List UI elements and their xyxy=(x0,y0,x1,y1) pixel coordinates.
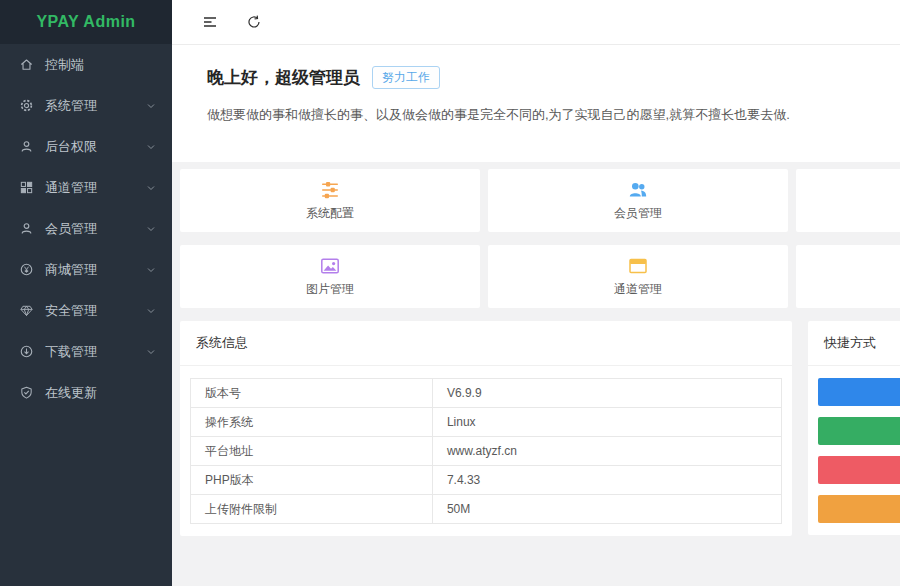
refresh-icon[interactable] xyxy=(246,14,262,30)
info-value: www.atyzf.cn xyxy=(433,437,781,465)
info-label: 上传附件限制 xyxy=(191,495,433,523)
sidebar-item-online-update[interactable]: 在线更新 xyxy=(0,372,172,413)
channel-grid-icon xyxy=(19,180,34,195)
sidebar-item-label: 会员管理 xyxy=(45,220,145,238)
chevron-down-icon xyxy=(145,100,157,112)
info-value: V6.9.9 xyxy=(433,379,781,407)
greeting-title: 晚上好，超级管理员 xyxy=(207,66,360,89)
quick-action-button-red[interactable] xyxy=(818,456,900,484)
quick-actions-panel: 快捷方式 xyxy=(808,321,900,535)
system-info-panel: 系统信息 版本号 V6.9.9 操作系统 Linux 平台地址 xyxy=(180,321,792,536)
shortcut-card-partial[interactable] xyxy=(796,169,900,232)
info-label: 平台地址 xyxy=(191,437,433,465)
info-value: Linux xyxy=(433,408,781,436)
sidebar: YPAY Admin 控制端 系统管理 xyxy=(0,0,172,586)
app-logo: YPAY Admin xyxy=(0,0,172,44)
sidebar-item-label: 安全管理 xyxy=(45,302,145,320)
sidebar-item-label: 系统管理 xyxy=(45,97,145,115)
sidebar-item-admin-perms[interactable]: 后台权限 xyxy=(0,126,172,167)
gem-security-icon xyxy=(19,303,34,318)
shortcut-card-images[interactable]: 图片管理 xyxy=(180,245,480,308)
shortcut-card-channels[interactable]: 通道管理 xyxy=(488,245,788,308)
image-icon xyxy=(320,256,340,276)
info-value: 50M xyxy=(433,495,781,523)
collapse-menu-icon[interactable] xyxy=(202,14,218,30)
info-value: 7.4.33 xyxy=(433,466,781,494)
shortcut-cards-row-2: 图片管理 通道管理 xyxy=(180,245,900,308)
bottom-panels: 系统信息 版本号 V6.9.9 操作系统 Linux 平台地址 xyxy=(172,321,900,536)
quick-action-button-orange[interactable] xyxy=(818,495,900,523)
chevron-down-icon xyxy=(145,182,157,194)
shield-check-icon xyxy=(19,385,34,400)
chevron-down-icon xyxy=(145,305,157,317)
sidebar-item-console[interactable]: 控制端 xyxy=(0,44,172,85)
shortcut-cards: 系统配置 会员管理 图片管理 xyxy=(172,162,900,321)
shortcut-card-label: 图片管理 xyxy=(306,281,354,298)
download-icon xyxy=(19,344,34,359)
main-column: 晚上好，超级管理员 努力工作 做想要做的事和做擅长的事、以及做会做的事是完全不同… xyxy=(172,0,900,536)
table-row: 版本号 V6.9.9 xyxy=(191,379,781,408)
sidebar-item-security[interactable]: 安全管理 xyxy=(0,290,172,331)
greeting-quote: 做想要做的事和做擅长的事、以及做会做的事是完全不同的,为了实现自己的愿望,就算不… xyxy=(207,106,865,124)
sidebar-item-mall[interactable]: 商城管理 xyxy=(0,249,172,290)
sidebar-item-label: 商城管理 xyxy=(45,261,145,279)
sliders-icon xyxy=(320,180,340,200)
shortcut-card-label: 会员管理 xyxy=(614,205,662,222)
chevron-down-icon xyxy=(145,346,157,358)
quick-action-button-blue[interactable] xyxy=(818,378,900,406)
info-label: 版本号 xyxy=(191,379,433,407)
shortcut-card-label: 系统配置 xyxy=(306,205,354,222)
greeting-panel: 晚上好，超级管理员 努力工作 做想要做的事和做擅长的事、以及做会做的事是完全不同… xyxy=(172,45,900,162)
shortcut-cards-row-1: 系统配置 会员管理 xyxy=(180,169,900,232)
user-icon xyxy=(19,139,34,154)
shop-yuan-icon xyxy=(19,262,34,277)
motto-badge: 努力工作 xyxy=(372,66,440,89)
sidebar-item-label: 后台权限 xyxy=(45,138,145,156)
sidebar-item-label: 在线更新 xyxy=(45,384,157,402)
sidebar-item-system[interactable]: 系统管理 xyxy=(0,85,172,126)
system-info-table: 版本号 V6.9.9 操作系统 Linux 平台地址 www.atyzf.cn xyxy=(190,378,782,524)
app-root: YPAY Admin 控制端 系统管理 xyxy=(0,0,900,536)
chevron-down-icon xyxy=(145,264,157,276)
sidebar-item-label: 通道管理 xyxy=(45,179,145,197)
shortcut-card-system-config[interactable]: 系统配置 xyxy=(180,169,480,232)
shortcut-card-label: 通道管理 xyxy=(614,281,662,298)
table-row: PHP版本 7.4.33 xyxy=(191,466,781,495)
system-info-title: 系统信息 xyxy=(180,321,792,366)
sidebar-item-label: 下载管理 xyxy=(45,343,145,361)
home-icon xyxy=(19,57,34,72)
table-row: 上传附件限制 50M xyxy=(191,495,781,524)
chevron-down-icon xyxy=(145,141,157,153)
sidebar-menu: 控制端 系统管理 后台权限 xyxy=(0,44,172,413)
window-icon xyxy=(628,256,648,276)
shortcut-card-members[interactable]: 会员管理 xyxy=(488,169,788,232)
sidebar-item-channels[interactable]: 通道管理 xyxy=(0,167,172,208)
quick-actions-title: 快捷方式 xyxy=(808,321,900,366)
sidebar-item-members[interactable]: 会员管理 xyxy=(0,208,172,249)
info-label: 操作系统 xyxy=(191,408,433,436)
topbar xyxy=(172,0,900,45)
sidebar-item-label: 控制端 xyxy=(45,56,157,74)
table-row: 平台地址 www.atyzf.cn xyxy=(191,437,781,466)
users-icon xyxy=(628,180,648,200)
gear-icon xyxy=(19,98,34,113)
member-icon xyxy=(19,221,34,236)
quick-action-button-green[interactable] xyxy=(818,417,900,445)
info-label: PHP版本 xyxy=(191,466,433,494)
table-row: 操作系统 Linux xyxy=(191,408,781,437)
shortcut-card-partial[interactable] xyxy=(796,245,900,308)
chevron-down-icon xyxy=(145,223,157,235)
sidebar-item-downloads[interactable]: 下载管理 xyxy=(0,331,172,372)
